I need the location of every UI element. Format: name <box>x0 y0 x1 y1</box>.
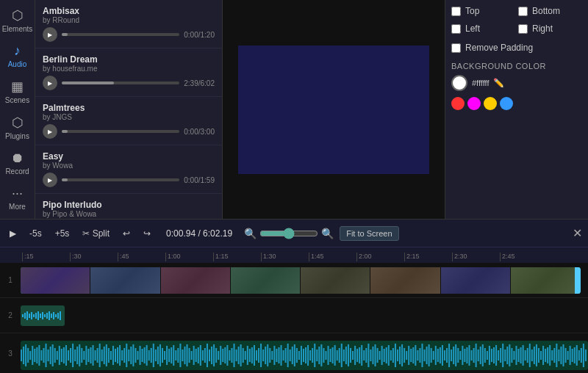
zoom-slider[interactable] <box>259 228 318 239</box>
sidebar-item-scenes[interactable]: ▦ Scenes <box>0 74 35 109</box>
left-checkbox[interactable] <box>451 24 461 34</box>
right-checkbox[interactable] <box>518 24 528 34</box>
svg-rect-172 <box>365 348 367 363</box>
svg-rect-3 <box>29 314 30 318</box>
fit-to-screen-button[interactable]: Fit to Screen <box>340 226 398 241</box>
undo-button[interactable]: ↩ <box>119 227 134 240</box>
svg-rect-236 <box>509 344 510 366</box>
svg-rect-84 <box>168 349 170 362</box>
remove-padding-checkbox[interactable] <box>451 43 461 53</box>
svg-rect-93 <box>189 348 190 363</box>
svg-rect-183 <box>390 350 392 361</box>
sidebar-item-record[interactable]: ⏺ Record <box>0 146 35 180</box>
play-btn-4[interactable]: ▶ <box>43 173 57 187</box>
preview-area <box>223 0 445 219</box>
svg-rect-116 <box>240 344 242 366</box>
svg-rect-115 <box>238 347 240 364</box>
plus5-button[interactable]: +5s <box>51 227 74 240</box>
svg-rect-206 <box>442 345 443 366</box>
progress-bar-1 <box>62 33 179 36</box>
preset-yellow[interactable] <box>484 97 497 110</box>
minus5-button[interactable]: -5s <box>26 227 46 240</box>
time-label-2: 2:39/6:02 <box>184 79 215 87</box>
sidebar-item-more[interactable]: ··· More <box>0 181 35 215</box>
preset-magenta[interactable] <box>467 97 481 110</box>
split-button[interactable]: ✂ Split <box>79 227 113 240</box>
svg-rect-248 <box>536 344 537 366</box>
play-btn-2[interactable]: ▶ <box>43 76 57 90</box>
eyedropper-button[interactable]: ✏️ <box>493 78 504 88</box>
scenes-icon: ▦ <box>11 79 24 95</box>
svg-rect-73 <box>144 347 146 363</box>
svg-rect-109 <box>224 347 226 363</box>
ruler-mark-4: 1:15 <box>213 253 261 261</box>
svg-rect-123 <box>256 350 257 361</box>
svg-rect-257 <box>556 344 557 367</box>
track-title-5: Pipo Interludo <box>43 200 215 210</box>
redo-button[interactable]: ↪ <box>140 227 154 240</box>
color-swatch-white[interactable] <box>451 75 467 91</box>
svg-rect-168 <box>356 349 358 362</box>
preset-red[interactable] <box>451 97 465 110</box>
timeline-close-button[interactable]: ✕ <box>573 226 582 240</box>
svg-rect-25 <box>36 347 37 363</box>
svg-rect-140 <box>294 344 295 366</box>
svg-rect-68 <box>132 344 134 366</box>
svg-rect-159 <box>337 350 338 361</box>
ruler-mark-1: :30 <box>70 253 118 261</box>
play-btn-3[interactable]: ▶ <box>43 124 57 139</box>
track-content-1 <box>21 267 588 294</box>
play-button[interactable]: ▶ <box>6 227 20 240</box>
sidebar-item-plugins[interactable]: ⬡ Plugins <box>0 110 35 145</box>
color-presets <box>451 97 582 110</box>
bottom-checkbox[interactable] <box>518 7 528 16</box>
bottom-checkbox-row: Bottom <box>518 6 582 16</box>
svg-rect-240 <box>518 349 520 362</box>
svg-rect-50 <box>93 345 94 366</box>
svg-rect-124 <box>258 348 259 363</box>
svg-rect-235 <box>506 347 508 364</box>
waveform-mini <box>21 308 65 323</box>
svg-rect-225 <box>484 348 486 363</box>
svg-rect-251 <box>542 346 544 365</box>
svg-rect-193 <box>412 347 414 363</box>
top-checkbox[interactable] <box>451 7 461 16</box>
main-area: ⬡ Elements ♪ Audio ▦ Scenes ⬡ Plugins ⏺ … <box>0 0 588 219</box>
svg-rect-37 <box>63 347 65 363</box>
svg-rect-181 <box>386 347 387 363</box>
time-total: 6:02.19 <box>203 228 232 239</box>
sidebar-label-elements: Elements <box>2 25 33 33</box>
remove-padding-row: Remove Padding <box>451 43 582 53</box>
sidebar-label-record: Record <box>5 167 29 175</box>
video-bar-handle[interactable] <box>575 267 581 294</box>
svg-rect-180 <box>384 349 385 362</box>
svg-rect-44 <box>79 344 80 366</box>
svg-rect-177 <box>377 348 379 363</box>
timeline-tracks[interactable]: 1 2 <box>0 263 588 373</box>
svg-rect-29 <box>46 344 47 367</box>
ruler-mark-2: :45 <box>118 253 165 261</box>
svg-rect-220 <box>473 348 475 363</box>
svg-rect-27 <box>40 350 42 361</box>
play-btn-1[interactable]: ▶ <box>43 27 57 42</box>
svg-rect-88 <box>177 348 179 363</box>
svg-rect-195 <box>417 350 418 361</box>
svg-rect-82 <box>164 351 165 360</box>
svg-rect-103 <box>211 347 212 364</box>
audio-track-3: Palmtrees by JNGS ▶ 0:00/3:00 <box>35 97 222 145</box>
preset-blue[interactable] <box>500 97 513 110</box>
svg-rect-213 <box>457 348 459 363</box>
sidebar-item-audio[interactable]: ♪ Audio <box>0 39 35 73</box>
audio-bar-full[interactable] <box>21 341 588 370</box>
svg-rect-197 <box>421 344 423 367</box>
svg-rect-51 <box>95 350 96 361</box>
svg-rect-160 <box>339 348 340 363</box>
sidebar-item-elements[interactable]: ⬡ Elements <box>0 3 35 37</box>
svg-rect-156 <box>330 349 331 362</box>
progress-bar-2 <box>62 82 179 84</box>
svg-rect-107 <box>220 346 221 365</box>
audio-bar-short[interactable] <box>21 305 65 326</box>
left-label: Left <box>465 23 480 34</box>
video-bar-1[interactable] <box>21 267 581 294</box>
svg-rect-13 <box>51 314 52 318</box>
